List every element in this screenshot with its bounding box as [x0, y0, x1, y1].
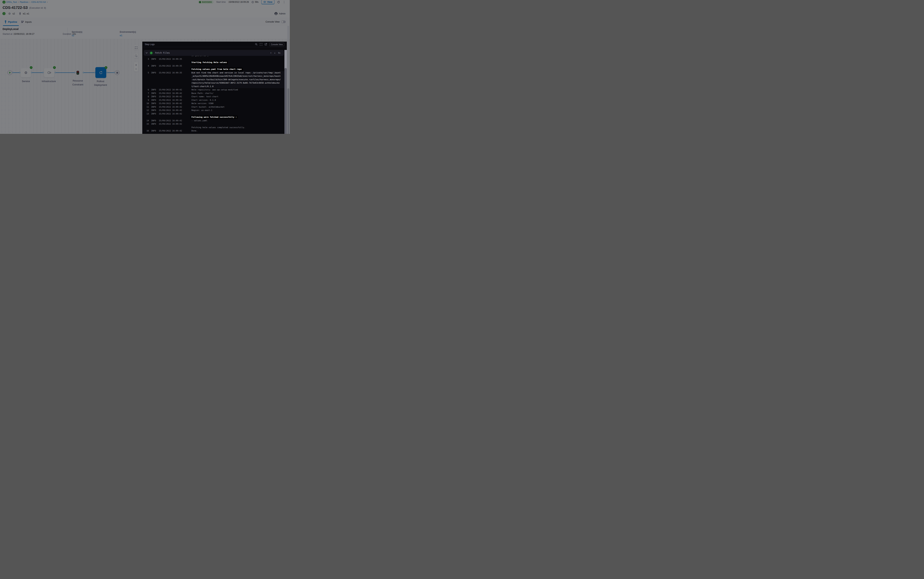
- connector-endpoint: [55, 72, 56, 73]
- log-num: 16: [142, 129, 149, 133]
- traffic-light-red: [77, 71, 78, 72]
- node-label-rollout: Rollout: [97, 80, 104, 83]
- page-scrollbar[interactable]: [287, 26, 289, 134]
- log-time: [158, 68, 191, 71]
- console-view-toggle[interactable]: [281, 21, 286, 23]
- log-time: [158, 61, 191, 64]
- log-fullscreen-button[interactable]: [260, 43, 262, 46]
- log-num: 7: [142, 92, 149, 95]
- log-message: Base Path: charts/: [191, 92, 284, 95]
- stage-name: DeployLocal: [3, 28, 18, 31]
- view-button-label: View: [267, 1, 273, 3]
- view-button[interactable]: View: [261, 0, 274, 4]
- execution-id: (Execution Id: 8): [29, 7, 46, 9]
- log-console-view-button[interactable]: Console View: [269, 43, 284, 46]
- step-node-rollout-deployment[interactable]: [95, 67, 106, 78]
- scroll-to-bottom-icon[interactable]: ↓: [274, 52, 276, 54]
- log-lvl: [149, 56, 158, 57]
- log-num: 13: [142, 112, 149, 116]
- log-num: [142, 85, 149, 88]
- divider: [67, 28, 68, 37]
- services-summary: Service(s) s2: [72, 31, 82, 37]
- tab-pipeline-label: Pipeline: [8, 21, 17, 23]
- log-time: 15/09/2022 16:09:42: [158, 92, 191, 95]
- pipeline-end-node[interactable]: [115, 70, 119, 75]
- stage-details-bar: DeployLocal Started at: 15/09/2022, 16:0…: [0, 26, 290, 39]
- log-num: 4: [142, 64, 149, 68]
- log-message: Done.: [191, 129, 284, 133]
- refresh-button[interactable]: [277, 1, 280, 3]
- breadcrumb-project[interactable]: CFDs_Test: [6, 1, 17, 3]
- log-open-new-tab-button[interactable]: [264, 43, 267, 46]
- rollout-success-badge: ✓: [104, 66, 108, 69]
- connector: [55, 72, 75, 73]
- canvas-fullscreen-button[interactable]: [134, 46, 138, 50]
- zoom-out-button[interactable]: −: [135, 68, 137, 70]
- breadcrumb-pipeline-name[interactable]: CDS-41722-S3: [31, 1, 46, 3]
- log-message: _achyuth/d605e19b46448ceaacb01fb4c19633a…: [191, 75, 284, 78]
- log-search-button[interactable]: [255, 43, 258, 46]
- tab-inputs-label: Inputs: [25, 21, 32, 23]
- log-section-header[interactable]: ✓ Fetch Files ↑ ↓ 9s: [144, 50, 284, 56]
- log-row: Following were fetched successfully :: [142, 116, 284, 119]
- log-time: 15/09/2022 16:09:35: [158, 64, 191, 68]
- log-time: [158, 116, 191, 119]
- service-success-badge: ✓: [30, 66, 33, 69]
- more-options-button[interactable]: ⋮: [283, 1, 286, 3]
- log-row: 3INFO15/09/2022 16:09:35: [142, 57, 284, 61]
- log-row: 13INFO15/09/2022 16:09:42: [142, 112, 284, 116]
- log-message: t/test-chart/0.1.0: [191, 85, 284, 88]
- log-num: 5: [142, 71, 149, 75]
- log-row: t/test-chart/0.1.0: [142, 85, 284, 88]
- log-lvl: INFO: [149, 112, 158, 116]
- environments-summary: Environment(s) e1: [120, 31, 136, 37]
- node-label-service: Service: [22, 80, 30, 83]
- zoom-in-button[interactable]: +: [135, 64, 137, 66]
- pipeline-start-node[interactable]: [7, 70, 12, 75]
- user-menu[interactable]: Admin: [274, 12, 286, 15]
- step-node-resource-constraint[interactable]: [77, 71, 79, 75]
- connector-endpoint: [113, 72, 115, 73]
- log-time: 15/09/2022 16:09:35: [158, 71, 191, 75]
- log-row: 12INFO15/09/2022 16:09:42Region: us-east…: [142, 109, 284, 112]
- log-time: 15/09/2022 16:09:42: [158, 105, 191, 109]
- tab-pipeline[interactable]: Pipeline: [5, 18, 17, 26]
- log-row: Starting fetching Helm values: [142, 61, 284, 64]
- log-num: 15: [142, 123, 149, 126]
- tab-inputs[interactable]: Inputs: [21, 18, 32, 26]
- section-success-icon: ✓: [150, 52, 153, 54]
- log-scrollbar[interactable]: [284, 50, 287, 134]
- log-row: -out/darwin-fastbuild/bin/260-delegate/e…: [142, 78, 284, 82]
- scroll-to-top-icon[interactable]: ↑: [270, 52, 271, 54]
- breadcrumb-pipelines[interactable]: Pipelines: [20, 1, 28, 3]
- log-message: Did not find the chart and version in lo…: [191, 71, 284, 75]
- log-time: 15/09/2022 16:09:42: [158, 109, 191, 112]
- log-time: 15/09/2022 16:09:42: [158, 102, 191, 105]
- connector-endpoint: [83, 72, 84, 73]
- log-num: [142, 68, 149, 71]
- connector: [83, 72, 95, 73]
- environment-icon: [19, 12, 21, 15]
- page-header: ∞ CFDs_Test › Pipelines › CDS-41722-S3 ›…: [0, 0, 290, 18]
- log-num: 6: [142, 88, 149, 92]
- canvas-reset-selection-button[interactable]: [134, 54, 138, 58]
- step-node-service[interactable]: ⚙: [21, 68, 31, 77]
- console-view-label: Console View: [266, 21, 279, 23]
- step-node-infrastructure[interactable]: [44, 68, 54, 77]
- log-message: Following were fetched successfully :: [191, 116, 284, 119]
- log-body[interactable]: in go1.17.10"}3INFO15/09/2022 16:09:35St…: [142, 56, 284, 134]
- service-tag: s2: [12, 12, 15, 15]
- log-lvl: INFO: [149, 102, 158, 105]
- pipeline-type-icon: ∞: [2, 12, 5, 15]
- page-scrollbar-thumb[interactable]: [287, 88, 289, 134]
- log-num: [142, 56, 149, 57]
- service-link[interactable]: s2: [72, 34, 74, 37]
- stage-times: Started at: 15/09/2022, 16:09:27 Duratio…: [3, 33, 76, 35]
- environment-link[interactable]: e1: [120, 34, 122, 37]
- log-message: [191, 112, 284, 116]
- play-icon: [9, 72, 11, 74]
- log-row: 14INFO15/09/2022 16:09:42- values.yaml: [142, 119, 284, 123]
- log-lvl: INFO: [149, 119, 158, 123]
- log-time: 15/09/2022 16:09:35: [158, 57, 191, 61]
- log-scrollbar-thumb[interactable]: [284, 68, 287, 134]
